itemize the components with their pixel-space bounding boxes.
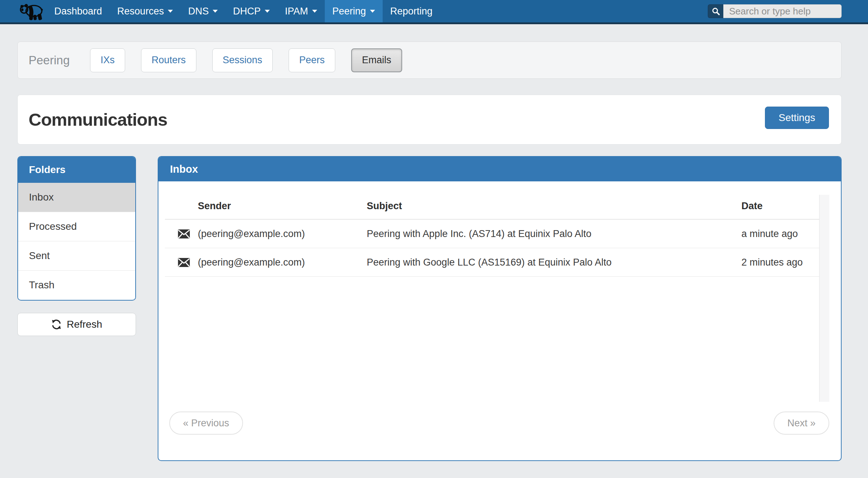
- folder-item-sent[interactable]: Sent: [18, 241, 135, 270]
- nav-item-reporting[interactable]: Reporting: [383, 0, 440, 22]
- nav-item-peering[interactable]: Peering: [325, 0, 383, 22]
- envelope-cell: [165, 229, 198, 238]
- folder-item-trash[interactable]: Trash: [18, 270, 135, 300]
- emails-button[interactable]: Emails: [351, 48, 402, 72]
- panda-logo[interactable]: [19, 0, 45, 22]
- toolbar-title: Peering: [29, 53, 90, 67]
- email-subject: Peering with Google LLC (AS15169) at Equ…: [367, 257, 741, 268]
- email-date: a minute ago: [741, 228, 820, 240]
- nav-item-ipam[interactable]: IPAM: [277, 0, 325, 22]
- caret-down-icon: [265, 10, 270, 13]
- peering-toolbar: Peering IXs Routers Sessions Peers Email…: [17, 42, 842, 79]
- communications-panel: Communications Settings: [17, 95, 842, 145]
- app-root: Dashboard Resources DNS DHCP IPAM Peerin…: [0, 0, 868, 478]
- nav-label: DHCP: [233, 6, 261, 17]
- panda-logo-icon: [19, 2, 45, 21]
- folder-item-inbox[interactable]: Inbox: [18, 183, 135, 212]
- email-table: Sender Subject Date (peering@example.com…: [165, 181, 820, 277]
- folders-panel: Folders Inbox Processed Sent Trash: [17, 156, 136, 301]
- caret-down-icon: [312, 10, 317, 13]
- folders-header: Folders: [18, 157, 135, 183]
- inbox-header: Inbox: [158, 157, 841, 181]
- email-row[interactable]: (peering@example.com) Peering with Apple…: [165, 220, 820, 248]
- nav-label: Reporting: [390, 6, 433, 17]
- column-header-subject: Subject: [367, 201, 741, 212]
- search-icon: [711, 7, 720, 16]
- refresh-label: Refresh: [67, 319, 102, 330]
- ixs-button[interactable]: IXs: [90, 48, 125, 72]
- email-subject: Peering with Apple Inc. (AS714) at Equin…: [367, 228, 741, 240]
- email-sender: (peering@example.com): [198, 257, 367, 268]
- page-title: Communications: [29, 109, 167, 130]
- email-row[interactable]: (peering@example.com) Peering with Googl…: [165, 248, 820, 277]
- search-button[interactable]: [708, 4, 723, 18]
- nav-label: Peering: [332, 6, 366, 17]
- column-header-date: Date: [741, 201, 820, 212]
- nav-item-dns[interactable]: DNS: [180, 0, 225, 22]
- inbox-panel: Inbox Sender Subject Date (peering@examp…: [158, 156, 842, 461]
- caret-down-icon: [370, 10, 375, 13]
- caret-down-icon: [213, 10, 218, 13]
- refresh-button[interactable]: Refresh: [17, 313, 136, 336]
- nav-label: DNS: [188, 6, 209, 17]
- refresh-icon: [51, 319, 62, 330]
- nav-label: Dashboard: [54, 6, 102, 17]
- routers-button[interactable]: Routers: [141, 48, 196, 72]
- envelope-cell: [165, 258, 198, 267]
- top-navbar: Dashboard Resources DNS DHCP IPAM Peerin…: [0, 0, 868, 24]
- caret-down-icon: [168, 10, 173, 13]
- previous-button[interactable]: « Previous: [169, 412, 243, 435]
- table-scrollbar[interactable]: [819, 195, 829, 402]
- nav-label: Resources: [117, 6, 164, 17]
- main-nav: Dashboard Resources DNS DHCP IPAM Peerin…: [47, 0, 440, 22]
- table-header-row: Sender Subject Date: [165, 181, 820, 220]
- sessions-button[interactable]: Sessions: [212, 48, 273, 72]
- nav-item-dhcp[interactable]: DHCP: [225, 0, 277, 22]
- search-input[interactable]: [723, 4, 842, 18]
- next-button[interactable]: Next »: [774, 412, 829, 435]
- envelope-icon: [178, 258, 190, 267]
- nav-label: IPAM: [285, 6, 308, 17]
- nav-item-dashboard[interactable]: Dashboard: [47, 0, 110, 22]
- email-sender: (peering@example.com): [198, 228, 367, 240]
- settings-button[interactable]: Settings: [765, 107, 829, 129]
- peers-button[interactable]: Peers: [289, 48, 335, 72]
- column-header-sender: Sender: [198, 201, 367, 212]
- nav-item-resources[interactable]: Resources: [110, 0, 180, 22]
- envelope-icon: [178, 229, 190, 238]
- folder-item-processed[interactable]: Processed: [18, 212, 135, 241]
- search-bar: [708, 4, 842, 18]
- email-date: 2 minutes ago: [741, 257, 820, 268]
